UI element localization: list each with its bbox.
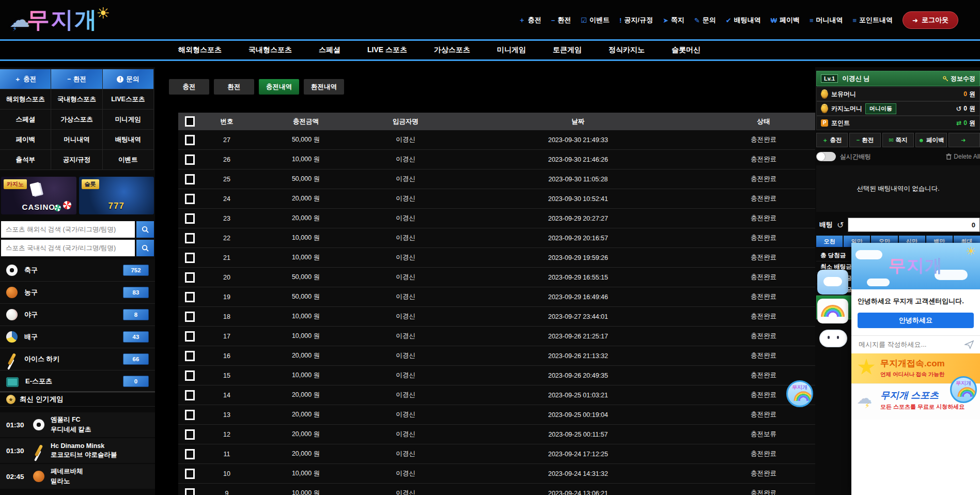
domestic-search-button[interactable] [136,240,154,256]
nav-item[interactable]: 해외형스포츠 [178,45,222,55]
rightbar-action-button[interactable]: ☻ 페이백 [915,133,947,147]
row-checkbox[interactable] [185,213,195,224]
game-row[interactable]: 01:30 Hc Dinamo Minsk 로코모티브 야로슬라블 [0,438,155,463]
realtime-toggle[interactable] [816,152,836,161]
row-checkbox[interactable] [185,272,195,283]
toolbar-item[interactable]: ≡ 머니내역 [810,16,843,25]
row-checkbox[interactable] [185,370,195,381]
reset-bet-icon[interactable]: ↺ [837,220,844,230]
edit-info-button[interactable]: 정보수정 [943,74,975,83]
game-row[interactable]: 01:30 엠폴리 FC 우디네세 칼초 [0,412,155,437]
row-checkbox[interactable] [185,410,195,420]
row-checkbox[interactable] [185,154,195,165]
sport-row[interactable]: 아이스 하키 66 [0,348,155,370]
nav-item[interactable]: 국내형스포츠 [248,45,292,55]
casino-banner[interactable]: 카지노 CASINO [1,177,76,214]
toolbar-item[interactable]: ! 공지/규정 [619,16,653,25]
overseas-search-input[interactable] [1,221,135,238]
row-checkbox[interactable] [185,429,195,440]
row-checkbox[interactable] [185,174,195,184]
row-checkbox[interactable] [185,390,195,400]
nav-item[interactable]: 정식카지노 [609,45,645,55]
row-checkbox[interactable] [185,469,195,479]
floating-logo-button[interactable]: 무지개 [786,380,813,407]
nav-item[interactable]: 토큰게임 [553,45,582,55]
sidebar-menu-item[interactable]: 배팅내역 [102,129,154,150]
toolbar-item[interactable]: ➤ 쪽지 [663,16,685,25]
sidebar-menu-item[interactable]: 머니내역 [51,129,102,150]
chat-avatar-cloud-face [818,328,849,352]
history-tab[interactable]: 환전 [214,79,254,95]
refresh-icon[interactable]: ↺ [956,105,961,113]
cell-status: 충전완료 [704,155,823,164]
sidebar-quick-button[interactable]: − 환전 [51,69,102,89]
chat-message-input[interactable] [858,340,960,349]
nav-item[interactable]: 슬롯머신 [672,45,701,55]
row-checkbox[interactable] [185,292,195,302]
chat-floating-logo-button[interactable]: 무지개 [950,376,977,403]
rightbar-action-button[interactable]: ＋ 충전 [816,133,848,147]
toolbar-item-label: 포인트내역 [859,16,893,25]
select-all-checkbox[interactable] [185,116,195,127]
sidebar-menu-item[interactable]: 국내형스포츠 [51,89,102,110]
rightbar-action-button[interactable]: − 환전 [849,133,881,147]
toolbar-item[interactable]: ✔ 배팅내역 [726,16,761,25]
money-move-button[interactable]: 머니이동 [865,103,896,114]
domestic-search-input[interactable] [1,240,135,256]
toolbar-item[interactable]: ₩ 페이백 [771,16,800,25]
history-tab[interactable]: 충전내역 [259,79,299,95]
chat-greeting-button[interactable]: 안녕하세요 [858,313,974,328]
sidebar-menu-item[interactable]: 이벤트 [102,149,154,170]
sport-row[interactable]: 농구 83 [0,282,155,304]
nav-item[interactable]: 미니게임 [497,45,526,55]
toolbar-item[interactable]: ≡ 포인트내역 [853,16,893,25]
basketball-icon [6,287,18,298]
sidebar-menu-item[interactable]: 공지/규정 [51,149,102,170]
toolbar-item[interactable]: ☑ 이벤트 [581,16,610,25]
sidebar-quick-button[interactable]: ! 문의 [102,69,154,89]
slot-banner[interactable]: 슬롯 777 [79,177,154,214]
history-tab[interactable]: 환전내역 [304,79,344,95]
sport-row[interactable]: 야구 8 [0,304,155,326]
rightbar-action-button[interactable]: ✉ 쪽지 [882,133,914,147]
sidebar-menu-item[interactable]: 페이백 [0,129,51,150]
rightbar-action-button[interactable]: ➜ [948,133,980,147]
row-checkbox[interactable] [185,253,195,263]
transfer-icon[interactable]: ⇄ [956,119,961,127]
toolbar-item[interactable]: − 환전 [551,16,571,25]
toolbar-item[interactable]: ＋ 충전 [519,16,541,25]
row-checkbox[interactable] [185,194,195,204]
row-checkbox[interactable] [185,233,195,243]
sidebar-menu-item[interactable]: LIVE스포츠 [102,89,154,110]
sidebar-menu-item[interactable]: 가상스포츠 [51,109,102,130]
site-logo[interactable]: ☁ ⚡ 무지개 ☀ [9,2,110,37]
history-tab[interactable]: 충전 [169,79,209,95]
sport-row[interactable]: 배구 43 [0,326,155,348]
toolbar-item[interactable]: ✎ 문의 [694,16,716,25]
sidebar-quick-button[interactable]: ＋ 충전 [0,69,51,89]
sport-row[interactable]: 축구 752 [0,259,155,282]
delete-all-button[interactable]: Delete All [946,153,980,160]
send-icon[interactable] [965,340,974,349]
nav-item[interactable]: LIVE 스포츠 [367,45,407,55]
logout-button[interactable]: ➜ 로그아웃 [903,11,958,29]
sidebar-menu-item[interactable]: 미니게임 [102,109,154,130]
game-row[interactable]: 02:45 페네르바체 밀라노 [0,464,155,489]
nav-item[interactable]: 가상스포츠 [434,45,470,55]
row-checkbox[interactable] [185,449,195,459]
bet-amount-input[interactable] [848,218,980,232]
sport-row[interactable]: E-스포츠 0 [0,370,155,393]
row-checkbox[interactable] [185,488,195,495]
row-checkbox[interactable] [185,135,195,145]
sidebar-menu-item[interactable]: 해외형스포츠 [0,89,51,110]
sidebar-menu-item[interactable]: 스페셜 [0,109,51,130]
row-checkbox[interactable] [185,312,195,322]
overseas-search-button[interactable] [136,221,154,238]
row-checkbox[interactable] [185,331,195,342]
sidebar-menu-item[interactable]: 출석부 [0,149,51,170]
row-checkbox[interactable] [185,351,195,361]
support-chat-popup: 무지개 ☀ 안녕하세요 무지개 고객센터입니다. 안녕하세요 무지개접속.com… [851,243,980,495]
quick-amount-button[interactable]: 오천 [816,236,843,247]
slot-badge: 슬롯 [82,179,99,189]
nav-item[interactable]: 스페셜 [319,45,340,55]
